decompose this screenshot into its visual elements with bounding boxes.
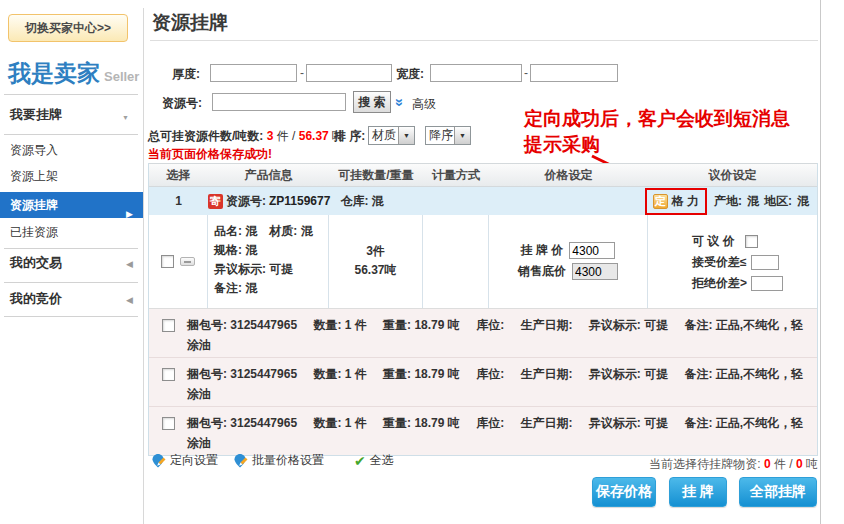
pkg-location: 库位: — [476, 416, 504, 430]
selected-summary: 当前选择待挂牌物资: 0 件 / 0 吨 — [498, 456, 818, 473]
page: 切换买家中心>> 我是卖家Seller 我要挂牌 资源导入 资源上架 资源挂牌 … — [0, 0, 844, 524]
save-success-message: 当前页面价格保存成功! — [148, 146, 272, 163]
divider — [4, 134, 138, 135]
thickness-max-input[interactable] — [306, 64, 392, 82]
sidebar-menu-listing[interactable]: 我要挂牌 — [10, 106, 62, 124]
width-max-input[interactable] — [530, 64, 618, 82]
divider — [150, 40, 818, 41]
col-header-product: 产品信息 — [208, 167, 329, 184]
resource-detail-row: 品名: 混 材质: 混 规格: 混 异议标示: 可提 备注: 混 3件 56.3… — [149, 215, 817, 308]
measure-cell — [423, 215, 489, 308]
pkg-weight: 重量: 18.79 吨 — [383, 416, 460, 430]
divider — [4, 282, 138, 283]
advanced-link[interactable]: 高级 — [412, 96, 436, 113]
thickness-min-input[interactable] — [210, 64, 297, 82]
accept-diff-input[interactable] — [751, 255, 779, 270]
origin-value: 混 — [747, 193, 759, 210]
sidebar-item-resource-shelve[interactable]: 资源上架 — [10, 168, 58, 185]
origin-label: 产地: — [714, 193, 742, 210]
chevron-left-icon — [126, 256, 133, 270]
bundle-no: 捆包号: 3125447965 — [187, 318, 297, 332]
pkg-qty: 数量: 1 件 — [313, 416, 366, 430]
region-value: 混 — [797, 193, 809, 210]
pkg-qty: 数量: 1 件 — [313, 318, 366, 332]
select-all-link[interactable]: 全选 — [354, 452, 394, 469]
select-arrow-icon[interactable] — [454, 127, 470, 144]
price-cell: 挂 牌 价 销售底价 — [489, 215, 648, 308]
accept-diff-label: 接受价差≤ — [692, 252, 747, 273]
width-min-input[interactable] — [430, 64, 522, 82]
sidebar-item-label: 资源挂牌 — [10, 198, 58, 212]
floor-price-label: 销售底价 — [518, 263, 566, 280]
resource-no-input[interactable] — [212, 93, 346, 111]
table-header-row: 选择 产品信息 可挂数量/重量 计量方式 价格设定 议价设定 — [149, 163, 817, 187]
sidebar-item-resource-import[interactable]: 资源导入 — [10, 142, 58, 159]
selected-mid: 件 / — [774, 457, 793, 471]
resource-checkbox[interactable] — [161, 255, 174, 268]
region-label: 地区: — [764, 193, 792, 210]
col-header-measure: 计量方式 — [423, 167, 489, 184]
save-price-button[interactable]: 保存价格 — [592, 477, 656, 507]
targeting-info: 定 格 力 产地: 混 地区: 混 — [643, 192, 817, 211]
select-arrow-icon[interactable] — [398, 127, 414, 144]
floor-price-input — [572, 263, 618, 280]
divider — [4, 316, 138, 317]
chevron-down-icon — [122, 109, 129, 123]
list-button[interactable]: 挂 牌 — [669, 477, 727, 507]
sidebar-menu-bid[interactable]: 我的竞价 — [10, 290, 62, 308]
bulk-actions: 定向设置 批量价格设置 全选 — [150, 452, 394, 469]
qty-weight-cell: 3件 56.37吨 — [329, 215, 423, 308]
package-checkbox[interactable] — [162, 319, 175, 332]
sidebar-menu-trade[interactable]: 我的交易 — [10, 254, 62, 272]
bundle-no: 捆包号: 3125447965 — [187, 367, 297, 381]
sort-label: 排 序: — [334, 128, 365, 145]
product-spec: 规格: 混 — [214, 241, 328, 260]
width-label: 宽度: — [396, 66, 424, 83]
switch-buyer-center-button[interactable]: 切换买家中心>> — [8, 14, 128, 42]
divider — [4, 94, 138, 95]
consign-icon: 寄 — [208, 194, 223, 209]
range-dash: - — [524, 66, 528, 80]
total-summary: 总可挂资源件数/吨数: 3 件 / 56.37 吨 — [148, 128, 344, 145]
resource-number: ZP1159677 — [269, 194, 330, 208]
negotiate-cell: 可 议 价 接受价差≤ 拒绝价差> — [648, 215, 817, 308]
pkg-date: 生产日期: — [521, 416, 573, 430]
search-button[interactable]: 搜 索 — [353, 91, 391, 113]
negotiable-checkbox[interactable] — [745, 235, 758, 248]
directional-setting-link[interactable]: 定向设置 — [150, 452, 218, 469]
bundle-no: 捆包号: 3125447965 — [187, 416, 297, 430]
warehouse-label: 仓库: — [340, 193, 368, 210]
package-info: 捆包号: 3125447965 数量: 1 件 重量: 18.79 吨 库位: … — [187, 315, 817, 355]
page-title: 资源挂牌 — [152, 10, 228, 36]
selected-count: 0 — [764, 457, 771, 471]
col-header-select: 选择 — [149, 167, 208, 184]
package-checkbox[interactable] — [162, 417, 175, 430]
product-name-material: 品名: 混 材质: 混 — [214, 222, 328, 241]
batch-price-setting-link[interactable]: 批量价格设置 — [232, 452, 324, 469]
row-index: 1 — [149, 194, 208, 208]
targeted-icon: 定 — [653, 194, 668, 209]
reject-diff-input[interactable] — [751, 276, 783, 291]
pkg-objection: 异议标示: 可提 — [589, 416, 668, 430]
weight-value: 56.37吨 — [329, 261, 422, 280]
sidebar-item-resource-listing[interactable]: 资源挂牌 — [0, 192, 143, 218]
package-checkbox[interactable] — [162, 368, 175, 381]
selected-unit: 吨 — [806, 457, 818, 471]
chevron-right-icon — [126, 200, 133, 227]
tag-pencil-icon — [232, 453, 248, 469]
advanced-chevron-icon — [392, 98, 409, 106]
select-cell — [149, 215, 208, 308]
listing-price-input[interactable] — [569, 242, 615, 259]
select-all-label: 全选 — [370, 452, 394, 469]
resource-table: 选择 产品信息 可挂数量/重量 计量方式 价格设定 议价设定 1 寄 资源号: … — [148, 163, 818, 456]
brand-text-en: Seller — [104, 69, 139, 84]
pkg-location: 库位: — [476, 367, 504, 381]
collapse-button[interactable] — [180, 257, 195, 266]
selected-label: 当前选择待挂牌物资: — [649, 457, 760, 471]
list-all-button[interactable]: 全部挂牌 — [739, 477, 817, 507]
sort-order-value: 降序 — [426, 127, 454, 144]
sort-order-select[interactable]: 降序 — [425, 126, 471, 145]
warehouse-value: 混 — [371, 193, 383, 210]
sidebar-item-listed-resources[interactable]: 已挂资源 — [10, 224, 58, 241]
sort-field-select[interactable]: 材质 — [368, 126, 415, 145]
